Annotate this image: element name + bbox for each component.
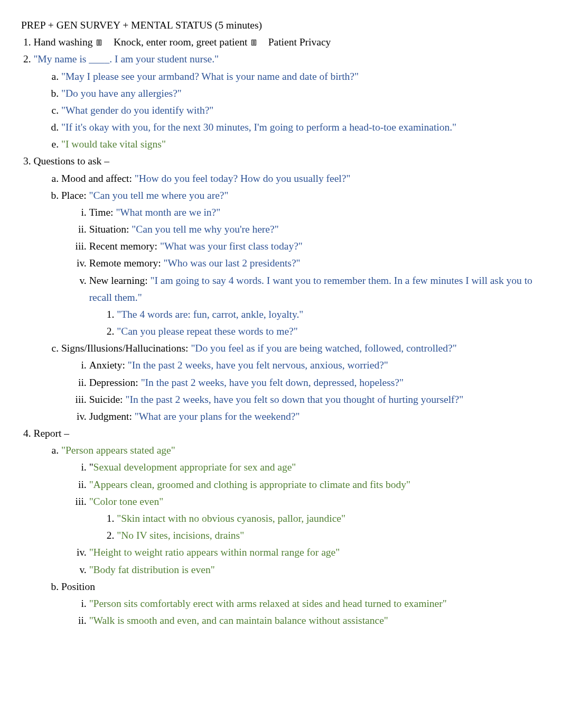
step3-c-i-label: Anxiety: — [89, 360, 128, 371]
step4-a-iv: "Height to weight ratio appears within n… — [89, 544, 540, 561]
step3-b-ii-label: Situation: — [89, 224, 132, 235]
step3-a: Mood and affect: "How do you feel today?… — [61, 170, 540, 187]
step3-c-iii-text: "In the past 2 weeks, have you felt so d… — [125, 394, 463, 405]
step-4: Report – "Person appears stated age" "Se… — [33, 425, 540, 629]
step4-intro: Report – — [33, 428, 69, 439]
step2-b-text: "Do you have any allergies?" — [61, 88, 182, 99]
step3-b-i-text: "What month are we in?" — [116, 207, 220, 218]
step3-c: Signs/Illusions/Hallucinations: "Do you … — [61, 340, 540, 425]
step4-b-ii-text: "Walk is smooth and even, and can mainta… — [89, 615, 388, 626]
step3-b-i: Time: "What month are we in?" — [89, 204, 540, 221]
step2-b: "Do you have any allergies?" — [61, 85, 540, 102]
step3-c-ii-text: "In the past 2 weeks, have you felt down… — [141, 377, 404, 388]
step3-b-iv-label: Remote memory: — [89, 257, 164, 269]
step4-b-i: "Person sits comfortably erect with arms… — [89, 595, 540, 612]
step4-a-iii-2: "No IV sites, incisions, drains" — [117, 527, 540, 544]
step3-b-v-2-text: "Can you please repeat these words to me… — [117, 326, 297, 337]
step2-d-text: "If it's okay with you, for the next 30 … — [61, 122, 456, 133]
step3-b-v-1: "The 4 words are: fun, carrot, ankle, lo… — [117, 306, 540, 323]
step4-a-iii-sub: "Skin intact with no obvious cyanosis, p… — [89, 510, 540, 544]
step2-e-text: "I would take vital signs" — [61, 139, 166, 150]
step4-a-iii-1: "Skin intact with no obvious cyanosis, p… — [117, 510, 540, 527]
step4-a-v-text: "Body fat distribution is even" — [89, 564, 215, 575]
step3-c-ii: Depression: "In the past 2 weeks, have y… — [89, 374, 540, 391]
step3-b-v-sub: "The 4 words are: fun, carrot, ankle, lo… — [89, 306, 540, 340]
step3-c-iv-label: Judgment: — [89, 411, 135, 422]
step4-a-iii-text: "Color tone even" — [89, 496, 163, 507]
step3-b-v-label: New learning: — [89, 275, 151, 286]
document-root: PREP + GEN SURVEY + MENTAL STATUS (5 min… — [21, 17, 540, 629]
step3-c-iii: Suicide: "In the past 2 weeks, have you … — [89, 391, 540, 408]
step3-c-sub: Anxiety: "In the past 2 weeks, have you … — [61, 357, 540, 425]
step3-b-v-text: "I am going to say 4 words. I want you t… — [89, 275, 532, 303]
step3-b-iv-text: "Who was our last 2 presidents?" — [163, 257, 300, 269]
step4-a-i-text: Sexual development appropriate for sex a… — [94, 462, 296, 473]
step3-b-v: New learning: "I am going to say 4 words… — [89, 272, 540, 340]
step3-a-label: Mood and affect: — [61, 173, 135, 184]
step4-b-i-text: "Person sits comfortably erect with arms… — [89, 598, 447, 609]
step1-hand-washing: Hand washing — [33, 36, 92, 48]
step1-privacy: Patient Privacy — [268, 36, 331, 48]
step3-intro: Questions to ask – — [33, 155, 109, 167]
step4-a-iii: "Color tone even" "Skin intact with no o… — [89, 493, 540, 545]
outline-root: Hand washing 🗏 Knock, enter room, greet … — [21, 34, 540, 629]
step4-b-ii: "Walk is smooth and even, and can mainta… — [89, 612, 540, 629]
step4-a-iv-text: "Height to weight ratio appears within n… — [89, 547, 340, 558]
step3-b-ii-text: "Can you tell me why you're here?" — [132, 224, 278, 235]
step4-a-ii-text: "Appears clean, groomed and clothing is … — [89, 479, 410, 490]
step3-c-ii-label: Depression: — [89, 377, 141, 388]
step4-b-label: Position — [61, 581, 95, 592]
step2-intro: "My name is ____. I am your student nurs… — [33, 53, 219, 64]
page-title: PREP + GEN SURVEY + MENTAL STATUS (5 min… — [21, 17, 540, 34]
step3-a-text: "How do you feel today? How do you usual… — [135, 173, 351, 184]
step2-a-text: "May I please see your armband? What is … — [61, 71, 359, 82]
step3-b-iii-label: Recent memory: — [89, 241, 160, 252]
step3-b-i-label: Time: — [89, 207, 116, 218]
step3-b-v-2: "Can you please repeat these words to me… — [117, 323, 540, 340]
step3-b-ii: Situation: "Can you tell me why you're h… — [89, 221, 540, 238]
step4-a-sub: "Sexual development appropriate for sex … — [61, 459, 540, 578]
step3-c-iv: Judgment: "What are your plans for the w… — [89, 408, 540, 425]
step2-a: "May I please see your armband? What is … — [61, 68, 540, 85]
step3-b-label: Place: — [61, 190, 89, 201]
square-icon: 🗏 — [95, 38, 106, 47]
step4-a-i-quote: " — [89, 462, 94, 473]
step4-a: "Person appears stated age" "Sexual deve… — [61, 442, 540, 578]
step3-b-iv: Remote memory: "Who was our last 2 presi… — [89, 255, 540, 272]
step2-c: "What gender do you identify with?" — [61, 102, 540, 119]
step-3: Questions to ask – Mood and affect: "How… — [33, 153, 540, 425]
step3-c-i: Anxiety: "In the past 2 weeks, have you … — [89, 357, 540, 374]
step4-b: Position "Person sits comfortably erect … — [61, 578, 540, 630]
step2-e: "I would take vital signs" — [61, 136, 540, 153]
step3-b-iii: Recent memory: "What was your first clas… — [89, 238, 540, 255]
step3-b-text: "Can you tell me where you are?" — [89, 190, 229, 201]
step3-c-iii-label: Suicide: — [89, 394, 126, 405]
step4-a-i: "Sexual development appropriate for sex … — [89, 459, 540, 476]
step3-c-i-text: "In the past 2 weeks, have you felt nerv… — [128, 360, 388, 371]
step1-knock: Knock, enter room, greet patient — [114, 36, 247, 48]
step3-sub: Mood and affect: "How do you feel today?… — [33, 170, 540, 426]
square-icon: 🗏 — [250, 38, 260, 47]
step2-c-text: "What gender do you identify with?" — [61, 105, 213, 116]
step3-b-iii-text: "What was your first class today?" — [160, 241, 303, 252]
step3-c-iv-text: "What are your plans for the weekend?" — [135, 411, 300, 422]
step3-b: Place: "Can you tell me where you are?" … — [61, 187, 540, 340]
step3-b-v-1-text: "The 4 words are: fun, carrot, ankle, lo… — [117, 309, 303, 320]
step-2: "My name is ____. I am your student nurs… — [33, 51, 540, 153]
step4-a-ii: "Appears clean, groomed and clothing is … — [89, 476, 540, 493]
step3-b-sub: Time: "What month are we in?" Situation:… — [61, 204, 540, 340]
step-1: Hand washing 🗏 Knock, enter room, greet … — [33, 34, 540, 51]
step4-a-text: "Person appears stated age" — [61, 445, 175, 456]
step2-d: "If it's okay with you, for the next 30 … — [61, 119, 540, 136]
step4-a-iii-1-text: "Skin intact with no obvious cyanosis, p… — [117, 513, 345, 524]
step4-sub: "Person appears stated age" "Sexual deve… — [33, 442, 540, 629]
step3-c-label: Signs/Illusions/Hallucinations: — [61, 343, 191, 354]
step4-a-iii-2-text: "No IV sites, incisions, drains" — [117, 530, 244, 541]
step4-a-v: "Body fat distribution is even" — [89, 561, 540, 578]
step4-b-sub: "Person sits comfortably erect with arms… — [61, 595, 540, 629]
step3-c-text: "Do you feel as if you are being watched… — [191, 343, 456, 354]
step2-sub: "May I please see your armband? What is … — [33, 68, 540, 153]
